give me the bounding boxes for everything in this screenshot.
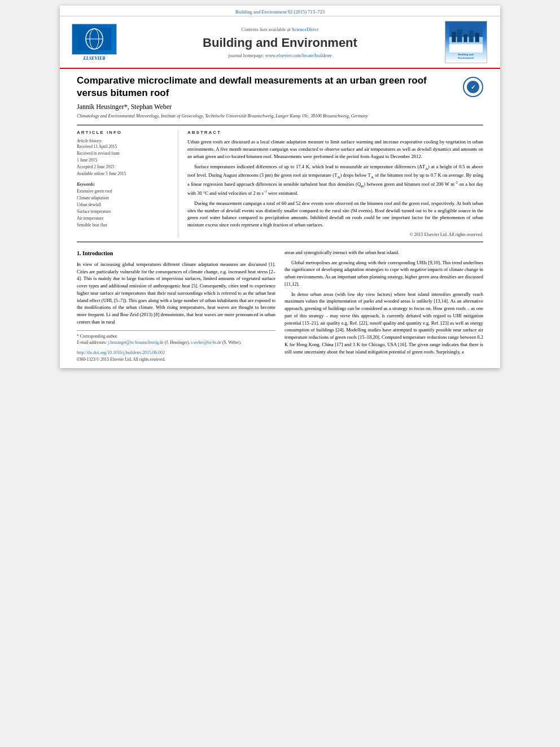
abstract-para-1: Urban green roofs are discussed as a loc… (187, 138, 483, 160)
article-title-section: Comparative microclimate and dewfall mea… (77, 75, 483, 99)
article-info-panel: ARTICLE INFO Article history: Received 1… (77, 130, 178, 237)
journal-logo-right: Building andEnvironment (440, 21, 491, 63)
section-1-heading: 1. Introduction (77, 249, 275, 257)
intro-para-right-2: Global metropolises are growing along wi… (285, 259, 483, 288)
intro-para-right-3: In dense urban areas (with low sky view … (285, 291, 483, 356)
crossmark-badge: ✓ (463, 77, 483, 97)
article-history-block: Article history: Received 11 April 2015 … (77, 138, 172, 177)
body-two-column: 1. Introduction In view of increasing gl… (77, 249, 483, 363)
abstract-para-2: Surface temperatures indicated differenc… (187, 163, 483, 197)
article-title: Comparative microclimate and dewfall mea… (77, 75, 457, 99)
footnotes: * Corresponding author. E-mail addresses… (77, 330, 275, 346)
history-label: Article history: (77, 138, 172, 143)
copyright-notice: © 2015 Elsevier Ltd. All rights reserved… (187, 232, 483, 237)
received-date: Received 11 April 2015 Received in revis… (77, 143, 172, 177)
doi-link[interactable]: http://dx.doi.org/10.1016/j.buildenv.201… (77, 350, 165, 355)
keywords-list: Extensive green roof Climate adaptation … (77, 188, 172, 229)
email-footnote: E-mail addresses: j.heusinger@tu-braunsc… (77, 339, 275, 346)
article-page: Building and Environment 92 (2015) 713–7… (60, 6, 500, 368)
right-column: areas and synergistically interact with … (285, 249, 483, 363)
journal-main-title: Building and Environment (203, 36, 357, 50)
crossmark-icon: ✓ (467, 81, 479, 93)
svg-rect-10 (469, 31, 473, 42)
svg-rect-6 (449, 44, 483, 53)
journal-header: ELSEVIER Contents lists available at Sci… (60, 16, 500, 69)
issn-notice: 0360-1323/© 2015 Elsevier Ltd. All right… (77, 356, 275, 362)
journal-homepage: journal homepage: www.elsevier.com/locat… (228, 53, 331, 58)
journal-citation: Building and Environment 92 (2015) 713–7… (235, 9, 325, 15)
authors: Jannik Heusinger*, Stephan Weber (77, 103, 483, 111)
svg-rect-11 (475, 33, 479, 42)
intro-para-left: In view of increasing global temperature… (77, 261, 275, 326)
journal-title-area: Contents lists available at ScienceDirec… (125, 21, 435, 63)
svg-rect-8 (457, 29, 462, 42)
email-2-link[interactable]: s.weber@tu-bs.de (191, 340, 221, 345)
svg-rect-7 (452, 32, 456, 42)
keywords-label: Keywords: (77, 182, 172, 187)
computed-word: Computed (382, 334, 401, 340)
sciencedirect-link[interactable]: ScienceDirect (292, 27, 319, 32)
journal-logo-graphic: Building andEnvironment (445, 21, 487, 63)
sciencedirect-label: Contents lists available at ScienceDirec… (242, 27, 319, 32)
elsevier-text: ELSEVIER (83, 56, 105, 61)
corresponding-author-note: * Corresponding author. (77, 333, 275, 339)
article-content: Comparative microclimate and dewfall mea… (60, 69, 500, 368)
journal-top-bar: Building and Environment 92 (2015) 713–7… (60, 6, 500, 16)
abstract-title: ABSTRACT (187, 130, 483, 135)
elsevier-logo-graphic (72, 24, 117, 55)
homepage-link[interactable]: www.elsevier.com/locate/buildenv (265, 53, 331, 58)
article-info-abstract-section: ARTICLE INFO Article history: Received 1… (77, 125, 483, 242)
left-column: 1. Introduction In view of increasing gl… (77, 249, 275, 363)
svg-rect-9 (463, 34, 467, 42)
elsevier-logo-area: ELSEVIER (69, 21, 120, 63)
abstract-text: Urban green roofs are discussed as a loc… (187, 138, 483, 229)
intro-para-right-1: areas and synergistically interact with … (285, 249, 483, 256)
email-1-link[interactable]: j.heusinger@tu-braunschweig.de (108, 340, 164, 345)
article-info-title: ARTICLE INFO (77, 130, 172, 135)
abstract-para-3: During the measurement campaign a total … (187, 200, 483, 229)
abstract-panel: ABSTRACT Urban green roofs are discussed… (187, 130, 483, 237)
affiliation: Climatology and Environmental Meteorolog… (77, 113, 483, 119)
keywords-block: Keywords: Extensive green roof Climate a… (77, 182, 172, 229)
